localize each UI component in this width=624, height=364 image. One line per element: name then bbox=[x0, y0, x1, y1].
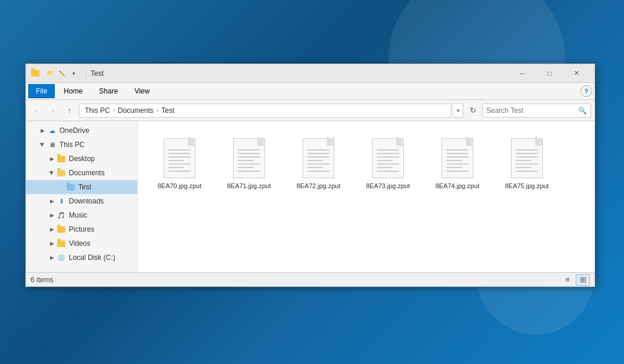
grid-view-button[interactable]: ⊞ bbox=[576, 274, 590, 286]
file-item[interactable]: 8EA71.jpg.zput bbox=[217, 131, 281, 193]
expand-arrow-desktop: ▶ bbox=[47, 154, 57, 163]
path-documents[interactable]: Documents bbox=[116, 106, 155, 115]
sidebar-label-localdisk: Local Disk (C:) bbox=[69, 253, 115, 262]
expand-arrow-onedrive: ▶ bbox=[38, 126, 47, 135]
sidebar-item-videos[interactable]: ▶ Videos bbox=[26, 236, 137, 251]
file-item[interactable]: 8EA70.jpg.zput bbox=[147, 131, 212, 193]
title-bar: 📁 ✏️ ▾ Test ─ □ ✕ bbox=[26, 64, 595, 83]
file-icon bbox=[231, 136, 267, 178]
expand-arrow-localdisk: ▶ bbox=[47, 253, 57, 262]
tab-file[interactable]: File bbox=[28, 84, 55, 98]
sidebar-label-thispc: This PC bbox=[59, 141, 85, 149]
path-arrow-2: › bbox=[157, 107, 158, 113]
quick-access-toolbar: 📁 ✏️ ▾ bbox=[31, 69, 78, 78]
sidebar-item-onedrive[interactable]: ▶ ☁ OneDrive bbox=[26, 123, 137, 138]
disk-icon: 💿 bbox=[57, 253, 66, 262]
file-name: 8EA71.jpg.zput bbox=[227, 182, 271, 190]
sidebar-label-desktop: Desktop bbox=[69, 155, 95, 163]
ribbon: File Home Share View ? bbox=[26, 83, 595, 100]
address-path[interactable]: This PC › Documents › Test bbox=[79, 103, 452, 118]
item-count: 6 items bbox=[31, 276, 560, 284]
pin-button-1[interactable]: 📁 bbox=[45, 69, 55, 78]
file-item[interactable]: 8EA74.jpg.zput bbox=[425, 131, 490, 193]
file-item[interactable]: 8EA75.jpg.zput bbox=[494, 131, 559, 193]
path-arrow-1: › bbox=[113, 107, 115, 113]
title-separator bbox=[85, 69, 86, 78]
onedrive-icon: ☁ bbox=[47, 126, 57, 135]
file-name: 8EA75.jpg.zput bbox=[505, 182, 549, 190]
sidebar-item-thispc[interactable]: ▶ 🖥 This PC bbox=[26, 138, 137, 152]
pictures-folder-icon bbox=[57, 225, 66, 234]
sidebar-label-videos: Videos bbox=[69, 239, 90, 248]
explorer-window: 📁 ✏️ ▾ Test ─ □ ✕ File Home Share View ?… bbox=[25, 64, 595, 287]
sidebar: ▶ ☁ OneDrive ▶ 🖥 This PC ▶ Des bbox=[26, 121, 138, 272]
window-controls: ─ □ ✕ bbox=[509, 64, 590, 83]
sidebar-label-documents: Documents bbox=[69, 169, 105, 177]
sidebar-label-pictures: Pictures bbox=[69, 225, 94, 233]
sidebar-label-downloads: Downloads bbox=[69, 197, 104, 205]
desktop-folder-icon bbox=[57, 154, 66, 163]
file-item[interactable]: 8EA72.jpg.zput bbox=[286, 131, 351, 193]
sidebar-item-documents[interactable]: ▶ Documents bbox=[26, 166, 137, 180]
music-folder-icon: 🎵 bbox=[57, 211, 66, 220]
expand-arrow-videos: ▶ bbox=[47, 239, 57, 248]
list-view-button[interactable]: ≡ bbox=[560, 274, 575, 286]
pin-button-2[interactable]: ✏️ bbox=[57, 69, 67, 78]
address-dropdown[interactable]: ▾ bbox=[454, 103, 463, 118]
tab-home[interactable]: Home bbox=[56, 84, 90, 98]
search-input[interactable] bbox=[486, 106, 578, 115]
main-area: ▶ ☁ OneDrive ▶ 🖥 This PC ▶ Des bbox=[26, 121, 595, 272]
refresh-button[interactable]: ↻ bbox=[466, 103, 480, 118]
customize-quick-access[interactable]: ▾ bbox=[69, 69, 78, 78]
sidebar-label-music: Music bbox=[69, 211, 87, 219]
downloads-folder-icon: ⬇ bbox=[57, 196, 66, 206]
close-button[interactable]: ✕ bbox=[563, 64, 590, 83]
sidebar-item-downloads[interactable]: ▶ ⬇ Downloads bbox=[26, 194, 137, 208]
view-buttons: ≡ ⊞ bbox=[560, 274, 590, 286]
file-name: 8EA74.jpg.zput bbox=[436, 182, 480, 190]
sidebar-item-localdisk[interactable]: ▶ 💿 Local Disk (C:) bbox=[26, 251, 137, 265]
window-title: Test bbox=[88, 69, 509, 78]
sidebar-item-music[interactable]: ▶ 🎵 Music bbox=[26, 208, 137, 222]
sidebar-label-onedrive: OneDrive bbox=[59, 126, 89, 135]
tab-view[interactable]: View bbox=[127, 84, 157, 98]
pc-icon: 🖥 bbox=[47, 140, 57, 149]
file-area: 8EA70.jpg.zput 8EA71.jpg.zput bbox=[138, 121, 595, 272]
expand-arrow-music: ▶ bbox=[47, 211, 57, 220]
expand-arrow-pictures: ▶ bbox=[47, 225, 57, 234]
expand-arrow-thispc: ▶ bbox=[38, 140, 47, 149]
status-bar: 6 items ≡ ⊞ bbox=[26, 272, 595, 286]
file-icon bbox=[370, 136, 406, 178]
test-folder-icon bbox=[66, 182, 75, 192]
maximize-button[interactable]: □ bbox=[536, 64, 563, 83]
file-name: 8EA72.jpg.zput bbox=[297, 182, 341, 190]
expand-arrow-downloads: ▶ bbox=[47, 196, 57, 206]
file-icon bbox=[301, 136, 336, 178]
sidebar-item-desktop[interactable]: ▶ Desktop bbox=[26, 152, 137, 166]
search-box[interactable]: 🔍 bbox=[482, 103, 591, 118]
file-name: 8EA73.jpg.zput bbox=[366, 182, 410, 190]
documents-folder-icon bbox=[57, 168, 66, 178]
sidebar-label-test: Test bbox=[78, 183, 91, 191]
search-icon[interactable]: 🔍 bbox=[578, 106, 587, 115]
file-icon bbox=[440, 136, 475, 178]
tab-share[interactable]: Share bbox=[91, 84, 125, 98]
sidebar-item-pictures[interactable]: ▶ Pictures bbox=[26, 222, 137, 236]
ribbon-tabs: File Home Share View ? bbox=[26, 83, 595, 99]
sidebar-item-test[interactable]: ▶ Test bbox=[26, 180, 137, 194]
file-icon bbox=[162, 136, 197, 178]
folder-title-icon bbox=[31, 69, 40, 78]
minimize-button[interactable]: ─ bbox=[509, 64, 536, 83]
up-button[interactable]: ↑ bbox=[62, 103, 77, 118]
file-name: 8EA70.jpg.zput bbox=[158, 182, 202, 190]
expand-arrow-documents: ▶ bbox=[47, 168, 57, 178]
address-bar: ‹ › ↑ This PC › Documents › Test ▾ ↻ 🔍 bbox=[26, 100, 595, 121]
files-grid: 8EA70.jpg.zput 8EA71.jpg.zput bbox=[147, 131, 585, 193]
path-test[interactable]: Test bbox=[160, 106, 176, 115]
videos-folder-icon bbox=[57, 239, 66, 248]
forward-button[interactable]: › bbox=[46, 103, 60, 118]
file-item[interactable]: 8EA73.jpg.zput bbox=[356, 131, 420, 193]
back-button[interactable]: ‹ bbox=[29, 103, 44, 118]
help-button[interactable]: ? bbox=[580, 85, 592, 97]
path-this-pc[interactable]: This PC bbox=[83, 106, 112, 115]
